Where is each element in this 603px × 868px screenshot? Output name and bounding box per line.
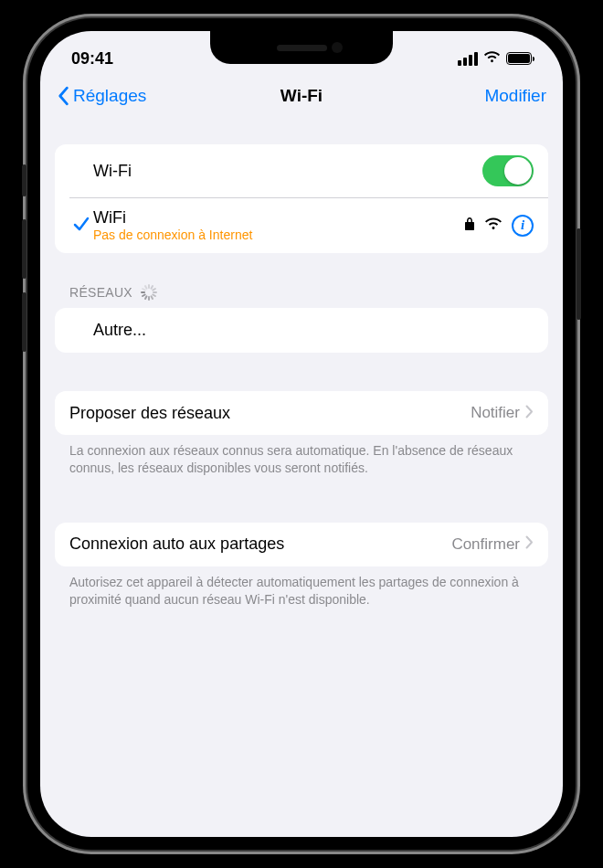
other-network-label: Autre... bbox=[93, 321, 534, 340]
chevron-left-icon bbox=[57, 86, 69, 106]
back-label: Réglages bbox=[73, 86, 146, 106]
lock-icon bbox=[464, 217, 475, 235]
back-button[interactable]: Réglages bbox=[57, 86, 146, 106]
battery-icon bbox=[506, 52, 532, 65]
networks-header-label: RÉSEAUX bbox=[69, 285, 132, 300]
mute-switch bbox=[22, 164, 26, 196]
power-button bbox=[577, 228, 581, 320]
volume-up-button bbox=[22, 219, 26, 279]
connected-network-row[interactable]: WiFi Pas de connexion à Internet i bbox=[55, 197, 548, 253]
wifi-group: Wi-Fi WiFi Pas de connexion à Internet bbox=[55, 144, 548, 253]
ask-join-footer: La connexion aux réseaux connus sera aut… bbox=[55, 435, 548, 484]
nav-bar: Réglages Wi-Fi Modifier bbox=[40, 77, 563, 119]
hotspot-footer: Autorisez cet appareil à détecter automa… bbox=[55, 566, 548, 616]
wifi-toggle-label: Wi-Fi bbox=[93, 162, 482, 181]
ask-join-value: Notifier bbox=[471, 404, 520, 422]
other-network-row[interactable]: Autre... bbox=[55, 308, 548, 353]
wifi-toggle-row: Wi-Fi bbox=[55, 144, 548, 197]
checkmark-icon bbox=[73, 216, 90, 236]
status-icons bbox=[458, 50, 532, 68]
info-icon[interactable]: i bbox=[512, 215, 534, 237]
screen: 09:41 Réglages Wi-Fi Modifier Wi-Fi bbox=[40, 31, 563, 837]
cellular-signal-icon bbox=[458, 52, 478, 66]
ask-join-label: Proposer des réseaux bbox=[69, 404, 471, 423]
hotspot-row[interactable]: Connexion auto aux partages Confirmer bbox=[55, 523, 548, 566]
wifi-status-icon bbox=[483, 50, 501, 68]
connected-network-status: Pas de connexion à Internet bbox=[93, 228, 464, 242]
chevron-right-icon bbox=[525, 535, 534, 553]
volume-down-button bbox=[22, 292, 26, 352]
hotspot-value: Confirmer bbox=[451, 535, 520, 554]
ask-join-group: Proposer des réseaux Notifier bbox=[55, 391, 548, 435]
hotspot-label: Connexion auto aux partages bbox=[69, 535, 284, 554]
front-camera bbox=[332, 42, 343, 53]
spinner-icon bbox=[140, 284, 156, 301]
edit-button[interactable]: Modifier bbox=[484, 86, 546, 106]
connected-network-name: WiFi bbox=[93, 208, 464, 228]
networks-header: RÉSEAUX bbox=[55, 253, 548, 308]
wifi-signal-icon bbox=[484, 217, 503, 235]
status-time: 09:41 bbox=[71, 49, 113, 69]
wifi-toggle[interactable] bbox=[482, 155, 534, 186]
phone-frame: 09:41 Réglages Wi-Fi Modifier Wi-Fi bbox=[27, 18, 576, 850]
notch bbox=[210, 31, 393, 64]
networks-group: Autre... bbox=[55, 308, 548, 353]
chevron-right-icon bbox=[525, 405, 534, 422]
hotspot-group: Connexion auto aux partages Confirmer bbox=[55, 523, 548, 566]
nav-title: Wi-Fi bbox=[280, 86, 323, 106]
speaker bbox=[277, 45, 327, 51]
ask-join-row[interactable]: Proposer des réseaux Notifier bbox=[55, 391, 548, 435]
